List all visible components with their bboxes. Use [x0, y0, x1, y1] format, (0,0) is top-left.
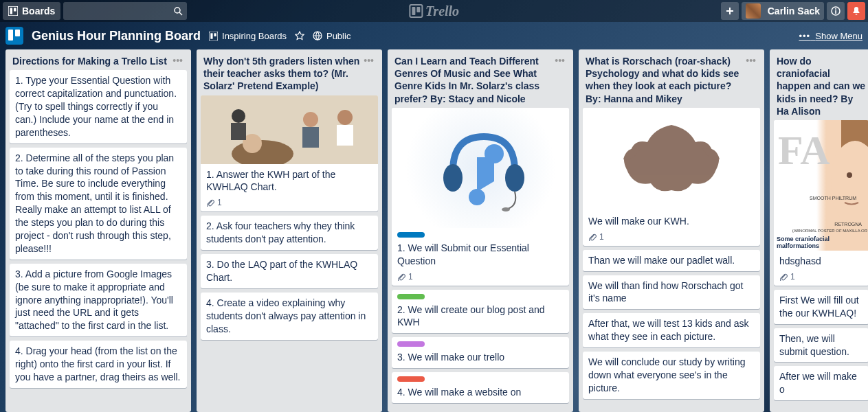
svg-point-23: [485, 144, 504, 163]
show-menu-button[interactable]: ••• Show Menu: [799, 31, 863, 41]
card-badges: 1: [583, 232, 760, 246]
card[interactable]: We will conclude our study by writing do…: [583, 352, 760, 399]
svg-point-6: [835, 8, 836, 10]
boards-icon: [8, 6, 18, 16]
avatar: [746, 3, 761, 19]
svg-rect-18: [337, 125, 353, 146]
attachment-icon: [779, 273, 788, 281]
card[interactable]: 4. Create a video explaining why student…: [201, 293, 378, 340]
board-title[interactable]: Genius Hour Planning Board: [32, 29, 201, 43]
attachment-icon: [206, 198, 214, 207]
card-badges: 1: [774, 272, 868, 286]
svg-point-21: [443, 164, 463, 192]
user-menu[interactable]: Carlin Sack: [742, 2, 824, 20]
board-logo-icon: [5, 27, 23, 45]
add-button[interactable]: [721, 2, 739, 20]
boards-small-icon: [209, 32, 218, 41]
card[interactable]: Than we will make our padlet wall.: [583, 250, 760, 271]
info-button[interactable]: [827, 2, 845, 20]
svg-rect-2: [14, 8, 16, 12]
card-cover-image: [201, 95, 378, 164]
list-menu-button[interactable]: •••: [171, 55, 184, 66]
list-title[interactable]: Can I Learn and Teach Different Genres O…: [394, 55, 553, 105]
card[interactable]: 2. Determine all of the steps you plan t…: [10, 148, 187, 260]
list-title[interactable]: Why don't 5th graders listen when their …: [203, 55, 362, 93]
card-label-blue: [397, 232, 425, 238]
logo-icon: [409, 4, 423, 18]
card[interactable]: Then, we will submit question.: [774, 328, 868, 363]
card[interactable]: 3. We will make our trello: [392, 337, 569, 368]
card-cover-image: FA SMOOTH PHILTRUM RETROGNA (ABNORMAL PO…: [774, 120, 868, 251]
star-icon: [295, 31, 304, 41]
svg-rect-16: [302, 127, 319, 148]
card-label-purple: [397, 341, 425, 347]
boards-button[interactable]: Boards: [3, 2, 60, 20]
svg-point-19: [232, 109, 245, 123]
plus-icon: [725, 6, 735, 16]
card[interactable]: 4. We will make a website on: [392, 372, 569, 403]
card-badges: 1: [201, 198, 378, 211]
svg-line-4: [179, 12, 182, 15]
card-label-red: [397, 376, 425, 382]
inspiring-boards-link[interactable]: Inspiring Boards: [209, 31, 287, 41]
svg-point-17: [337, 110, 353, 125]
notifications-button[interactable]: [847, 2, 865, 20]
svg-rect-8: [209, 32, 218, 41]
card-label-green: [397, 294, 425, 299]
info-icon: [831, 6, 841, 16]
list: How do craniofacial happen and can we ki…: [770, 49, 868, 412]
card[interactable]: First We will fill out the our KWHLAQ!: [774, 290, 868, 324]
card[interactable]: We will than find how Rorschach got it's…: [583, 275, 760, 310]
svg-point-3: [175, 8, 180, 13]
trello-logo[interactable]: Trello: [409, 3, 459, 19]
svg-rect-10: [214, 33, 216, 36]
boards-label: Boards: [22, 5, 55, 16]
card[interactable]: 2. Ask four teachers why they think stud…: [201, 216, 378, 250]
svg-point-15: [303, 112, 318, 127]
svg-rect-0: [8, 6, 18, 16]
card[interactable]: 1. We will Submit our Essential Question…: [392, 108, 569, 286]
attachment-icon: [397, 273, 405, 281]
list-menu-button[interactable]: •••: [744, 55, 757, 66]
search-input[interactable]: [63, 2, 187, 20]
svg-rect-7: [835, 10, 836, 14]
list: Directions for Making a Trello List ••• …: [5, 49, 191, 412]
card[interactable]: After that, we will test 13 kids and ask…: [583, 313, 760, 347]
svg-rect-20: [231, 123, 246, 140]
svg-point-24: [469, 189, 485, 205]
list: Why don't 5th graders listen when their …: [197, 49, 382, 412]
card[interactable]: 2. We will create our blog post and KWH: [392, 290, 569, 334]
list-title[interactable]: How do craniofacial happen and can we ki…: [777, 55, 866, 117]
card[interactable]: After we will make o: [774, 366, 868, 400]
svg-rect-1: [10, 8, 13, 14]
list-menu-button[interactable]: •••: [553, 55, 566, 66]
card[interactable]: 1. Type your Essential Question with cor…: [10, 70, 187, 143]
list: What is Rorschach (roar-shack) Psycholog…: [579, 49, 764, 412]
list-title[interactable]: What is Rorschach (roar-shack) Psycholog…: [586, 55, 744, 105]
card[interactable]: 3. Do the LAQ part of the KWHLAQ Chart.: [201, 254, 378, 288]
svg-point-22: [505, 164, 524, 192]
card-cover-image: [583, 108, 760, 211]
card[interactable]: We will make our KWH. 1: [583, 108, 760, 246]
dots-icon: •••: [799, 31, 810, 41]
star-button[interactable]: [295, 31, 304, 41]
list-menu-button[interactable]: •••: [362, 55, 375, 66]
list-title[interactable]: Directions for Making a Trello List: [12, 55, 171, 67]
search-icon: [173, 6, 183, 16]
list: Can I Learn and Teach Different Genres O…: [388, 49, 573, 412]
svg-point-26: [831, 134, 868, 230]
svg-rect-9: [210, 33, 212, 38]
card[interactable]: 3. Add a picture from Google Images (be …: [10, 264, 187, 336]
card[interactable]: 4. Drag your head (from the list on the …: [10, 341, 187, 388]
card[interactable]: FA SMOOTH PHILTRUM RETROGNA (ABNORMAL PO…: [774, 120, 868, 286]
card-cover-image: [392, 108, 569, 228]
svg-point-25: [502, 207, 510, 211]
card-badges: 1: [392, 272, 569, 286]
attachment-icon: [588, 233, 597, 241]
bell-icon: [852, 6, 861, 16]
globe-icon: [313, 31, 322, 41]
board-canvas[interactable]: Directions for Making a Trello List ••• …: [0, 49, 868, 412]
visibility-button[interactable]: Public: [313, 31, 350, 41]
svg-point-27: [847, 172, 852, 178]
card[interactable]: 1. Answer the KWH part of the KWHLAQ Cha…: [201, 95, 378, 212]
